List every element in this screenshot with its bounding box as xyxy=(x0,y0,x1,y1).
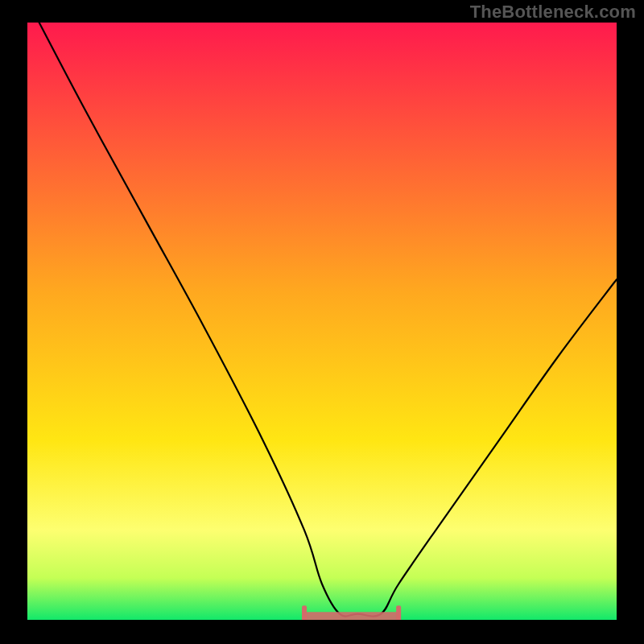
svg-rect-1 xyxy=(302,605,307,620)
watermark-text: TheBottleneck.com xyxy=(470,2,636,23)
svg-rect-0 xyxy=(304,612,398,620)
chart-svg xyxy=(27,23,617,620)
plot-area xyxy=(27,23,617,620)
svg-rect-2 xyxy=(396,605,401,620)
gradient-bg xyxy=(27,23,617,620)
chart-container: TheBottleneck.com xyxy=(0,0,644,644)
